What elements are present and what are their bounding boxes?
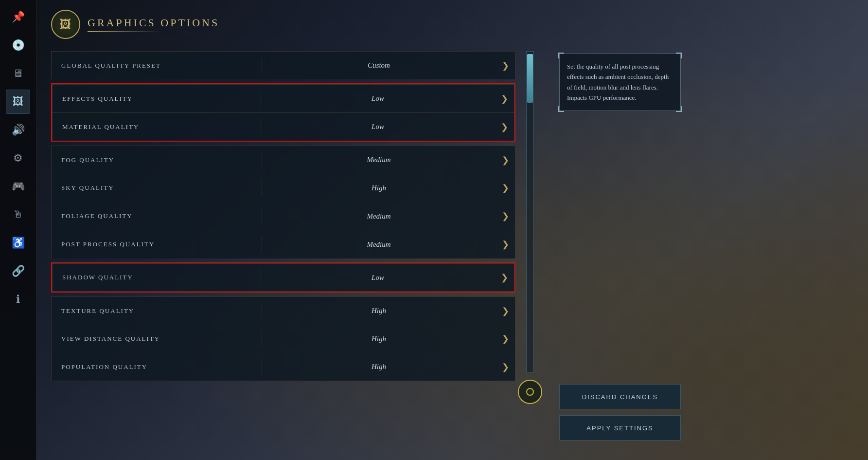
scrollbar-track[interactable] (526, 51, 534, 372)
sidebar-icon-audio[interactable]: 🔊 (6, 118, 30, 142)
sidebar-icon-gear[interactable]: ⚙ (6, 146, 30, 170)
setting-label-texture-quality: TEXTURE QUALITY (52, 307, 262, 315)
sidebar-icon-disc[interactable]: 💿 (6, 33, 30, 57)
corner-tr (676, 53, 682, 58)
corner-bl (558, 106, 564, 112)
setting-row-global-quality-preset[interactable]: GLOBAL QUALITY PRESET Custom ❯ (51, 51, 515, 79)
arrow-icon-texture: ❯ (496, 306, 515, 316)
arrow-icon-material: ❯ (495, 122, 514, 132)
setting-label-shadow-quality: SHADOW QUALITY (53, 274, 261, 281)
main-content: 🖼 GRAPHICS OPTIONS GLOBAL QUALITY PRESET… (36, 0, 868, 460)
action-buttons: DISCARD CHANGES APPLY SETTINGS (559, 384, 681, 441)
info-text: Set the quality of all post processing e… (567, 61, 673, 103)
arrow-icon-global: ❯ (496, 60, 515, 71)
setting-row-fog-quality[interactable]: FOG QUALITY Medium ❯ (51, 146, 515, 174)
arrow-icon-population: ❯ (496, 362, 515, 372)
header-icon: 🖼 (51, 10, 80, 39)
scroll-circle (518, 380, 542, 404)
setting-value-view-distance-quality: High (262, 335, 496, 343)
arrow-icon-foliage: ❯ (496, 211, 515, 221)
scrollbar-area (518, 51, 542, 404)
settings-panel: 🖼 GRAPHICS OPTIONS GLOBAL QUALITY PRESET… (36, 0, 552, 460)
arrow-icon-view-distance: ❯ (496, 333, 515, 344)
scroll-circle-container (518, 380, 542, 404)
setting-value-population-quality: High (262, 363, 496, 371)
settings-list: GLOBAL QUALITY PRESET Custom ❯ EFFECTS Q… (51, 51, 515, 404)
setting-label-post-process-quality: POST PROCESS QUALITY (52, 240, 262, 248)
discard-changes-button[interactable]: DISCARD CHANGES (559, 384, 681, 409)
setting-value-post-process-quality: Medium (262, 240, 496, 249)
sidebar-icon-pin[interactable]: 📌 (6, 5, 30, 29)
sidebar-icon-accessibility[interactable]: ♿ (6, 231, 30, 255)
spacer (559, 121, 681, 374)
info-panel: Set the quality of all post processing e… (552, 0, 688, 460)
setting-row-view-distance-quality[interactable]: VIEW DISTANCE QUALITY High ❯ (51, 325, 515, 353)
setting-label-view-distance-quality: VIEW DISTANCE QUALITY (52, 335, 262, 343)
arrow-icon-sky: ❯ (496, 183, 515, 193)
page-title: GRAPHICS OPTIONS (88, 17, 219, 29)
sidebar-icon-mouse[interactable]: 🖱 (6, 202, 30, 227)
sidebar-icon-info[interactable]: ℹ (6, 287, 30, 312)
setting-row-texture-quality[interactable]: TEXTURE QUALITY High ❯ (51, 296, 515, 325)
setting-value-fog-quality: Medium (262, 156, 496, 164)
sidebar-icon-share[interactable]: 🔗 (6, 259, 30, 283)
setting-value-shadow-quality: Low (261, 274, 495, 282)
arrow-icon-effects: ❯ (495, 93, 514, 104)
setting-row-population-quality[interactable]: POPULATION QUALITY High ❯ (51, 353, 515, 381)
setting-row-material-quality[interactable]: MATERIAL QUALITY Low ❯ (52, 112, 514, 141)
arrow-icon-post-process: ❯ (496, 239, 515, 250)
sidebar-icon-monitor[interactable]: 🖥 (6, 61, 30, 86)
setting-label-sky-quality: SKY QUALITY (52, 184, 262, 192)
setting-row-sky-quality[interactable]: SKY QUALITY High ❯ (51, 174, 515, 202)
setting-value-foliage-quality: Medium (262, 212, 496, 221)
setting-row-effects-quality[interactable]: EFFECTS QUALITY Low ❯ (52, 84, 514, 112)
setting-value-global-quality-preset: Custom (262, 61, 496, 70)
corner-tl (558, 53, 564, 58)
setting-label-effects-quality: EFFECTS QUALITY (53, 95, 261, 103)
highlight-group-2: SHADOW QUALITY Low ❯ (51, 262, 515, 293)
setting-label-population-quality: POPULATION QUALITY (52, 363, 262, 371)
arrow-icon-fog: ❯ (496, 155, 515, 166)
sidebar: 📌 💿 🖥 🖼 🔊 ⚙ 🎮 🖱 ♿ 🔗 ℹ (0, 0, 36, 460)
setting-value-sky-quality: High (262, 184, 496, 192)
setting-value-material-quality: Low (261, 123, 495, 131)
scrollbar-thumb[interactable] (527, 54, 533, 103)
info-box: Set the quality of all post processing e… (559, 54, 681, 111)
setting-label-fog-quality: FOG QUALITY (52, 156, 262, 164)
corner-br (676, 106, 682, 112)
setting-label-global-quality-preset: GLOBAL QUALITY PRESET (52, 62, 262, 70)
setting-row-shadow-quality[interactable]: SHADOW QUALITY Low ❯ (52, 263, 514, 292)
highlight-group-1: EFFECTS QUALITY Low ❯ MATERIAL QUALITY L… (51, 83, 515, 142)
setting-label-foliage-quality: FOLIAGE QUALITY (52, 212, 262, 220)
sidebar-icon-gamepad[interactable]: 🎮 (6, 174, 30, 199)
header-decoration (88, 31, 160, 32)
scroll-circle-inner (526, 388, 534, 396)
apply-settings-button[interactable]: APPLY SETTINGS (559, 415, 681, 441)
setting-row-post-process-quality[interactable]: POST PROCESS QUALITY Medium ❯ (51, 230, 515, 258)
gap (51, 79, 515, 83)
arrow-icon-shadow: ❯ (495, 272, 514, 283)
setting-row-foliage-quality[interactable]: FOLIAGE QUALITY Medium ❯ (51, 202, 515, 230)
setting-label-material-quality: MATERIAL QUALITY (53, 123, 261, 131)
sidebar-icon-display[interactable]: 🖼 (6, 90, 30, 114)
content-area: GLOBAL QUALITY PRESET Custom ❯ EFFECTS Q… (51, 51, 542, 404)
gap2 (51, 258, 515, 262)
settings-header: 🖼 GRAPHICS OPTIONS (51, 10, 542, 39)
setting-value-texture-quality: High (262, 307, 496, 315)
setting-value-effects-quality: Low (261, 94, 495, 103)
